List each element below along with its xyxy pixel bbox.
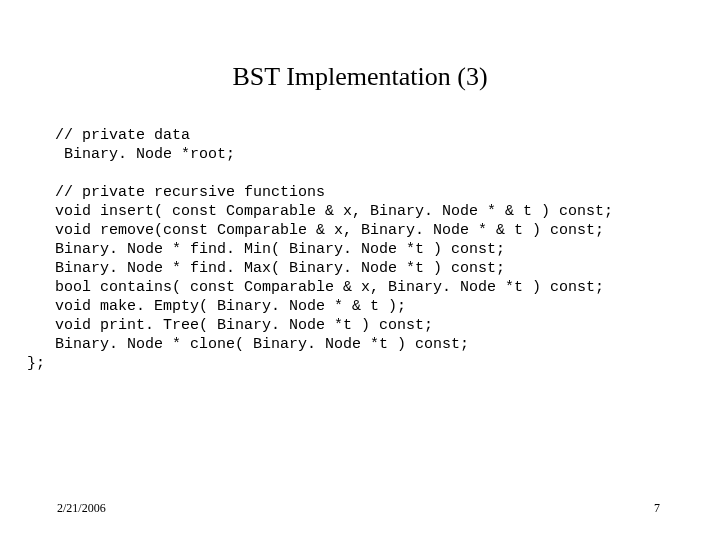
- code-line: void print. Tree( Binary. Node *t ) cons…: [55, 317, 433, 334]
- footer-date: 2/21/2006: [57, 501, 106, 516]
- footer-page-number: 7: [654, 501, 660, 516]
- code-line: Binary. Node * find. Max( Binary. Node *…: [55, 260, 505, 277]
- slide: BST Implementation (3) // private data B…: [0, 0, 720, 540]
- code-line-end: };: [27, 354, 45, 373]
- code-line: // private data: [55, 127, 190, 144]
- code-line: void insert( const Comparable & x, Binar…: [55, 203, 613, 220]
- code-line: Binary. Node *root;: [55, 146, 235, 163]
- code-line: Binary. Node * find. Min( Binary. Node *…: [55, 241, 505, 258]
- code-line: Binary. Node * clone( Binary. Node *t ) …: [55, 336, 469, 353]
- page-title: BST Implementation (3): [0, 62, 720, 92]
- code-line: void remove(const Comparable & x, Binary…: [55, 222, 604, 239]
- code-line: // private recursive functions: [55, 184, 325, 201]
- code-block: // private data Binary. Node *root; // p…: [55, 126, 613, 373]
- code-line: bool contains( const Comparable & x, Bin…: [55, 279, 604, 296]
- code-line: void make. Empty( Binary. Node * & t );: [55, 298, 406, 315]
